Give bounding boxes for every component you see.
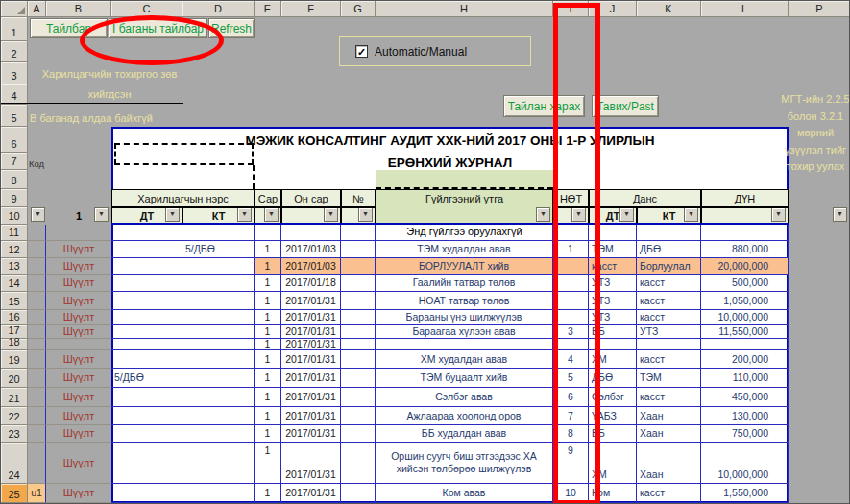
cell-H20[interactable]: ТЭМ буцаалт хийв [376,369,553,388]
cell-J16[interactable]: УТЗ [589,310,637,325]
header-date[interactable]: Он сар [281,189,341,207]
column-header-D[interactable]: D [182,1,255,17]
cell-F20[interactable]: 2017/01/31 [281,369,341,388]
cell-D21[interactable] [182,388,255,407]
column-header-I[interactable]: I [553,1,589,17]
cell-H15[interactable]: НӨАТ татвар төлөв [376,292,553,310]
cell-E11[interactable] [255,225,281,241]
cell-L11[interactable] [701,225,789,241]
header-description[interactable]: Гүйлгээний утга▼ [376,189,553,225]
cell-C20[interactable]: 5/ДБӨ [111,369,182,388]
filter-dropdown-B[interactable]: ▼ [94,207,109,222]
filter-dropdown-dt-left[interactable]: ▼ [165,207,180,222]
cell-E18[interactable]: 1 [255,339,281,350]
cell-F23[interactable]: 2017/01/31 [281,425,341,443]
cell-F18[interactable]: 2017/01/31 [281,339,341,350]
cell-I20[interactable]: 5 [553,369,589,388]
cell-B25[interactable]: Шүүлт [46,484,111,503]
cell-K13[interactable]: Борлуулал [637,258,701,275]
row-header-18[interactable]: 18 [1,339,28,350]
cell-J11[interactable] [589,225,637,241]
cell-D17[interactable] [182,325,255,339]
cell-A13[interactable] [28,258,46,275]
cell-A18[interactable] [28,339,46,350]
cell-E21[interactable]: 1 [255,388,281,407]
cell-E14[interactable]: 1 [255,275,281,292]
cell-D20[interactable] [182,369,255,388]
select-all-corner[interactable] [1,1,28,17]
cell-I16[interactable] [553,310,589,325]
cell-F13[interactable]: 2017/01/03 [281,258,341,275]
cell-F22[interactable]: 2017/01/31 [281,407,341,425]
row-header-22[interactable]: 22 [1,407,28,425]
cell-G19[interactable] [341,350,376,369]
cell-I23[interactable]: 8 [553,425,589,443]
cell-K16[interactable]: касст [637,310,701,325]
cell-H19[interactable]: ХМ худалдан авав [376,350,553,369]
row-header-24[interactable]: 24 [1,443,28,484]
filter-dropdown-amount[interactable]: ▼ [771,207,786,222]
cell-G15[interactable] [341,292,376,310]
refresh-button[interactable]: Refresh [208,18,255,38]
cell-C14[interactable] [111,275,182,292]
column-header-A[interactable]: A [28,1,46,17]
cell-E15[interactable]: 1 [255,292,281,310]
cell-J18[interactable] [589,339,637,350]
cell-F21[interactable]: 2017/01/31 [281,388,341,407]
filter-dropdown-number[interactable]: ▼ [358,207,373,222]
cell-B21[interactable]: Шүүлт [46,388,111,407]
column-header-P[interactable]: P [789,1,850,17]
cell-H13[interactable]: БОРЛУУЛАЛТ хийв [376,258,553,275]
cell-K20[interactable]: ТЭМ [637,369,701,388]
cell-K18[interactable] [637,339,701,350]
cell-C21[interactable] [111,388,182,407]
cell-K23[interactable]: Хаан [637,425,701,443]
column-header-G[interactable]: G [341,1,376,17]
cell-L13[interactable]: 20,000,000 [701,258,789,275]
cell-I18[interactable] [553,339,589,350]
cell-K12[interactable]: ДБӨ [637,241,701,258]
row-header-13[interactable]: 13 [1,258,28,275]
cell-D23[interactable] [182,425,255,443]
cell-F24[interactable]: 2017/01/31 [281,443,341,484]
cell-J15[interactable]: УТЗ [589,292,637,310]
cell-E25[interactable]: 1 [255,484,281,503]
header-account[interactable]: Данс [589,189,701,207]
column-header-J[interactable]: J [589,1,637,17]
cell-K15[interactable]: касст [637,292,701,310]
row-header-20[interactable]: 20 [1,369,28,388]
cell-L25[interactable]: 1,550,000 [701,484,789,503]
cell-J20[interactable]: ДБӨ [589,369,637,388]
cell-B13[interactable]: Шүүлт [46,258,111,275]
row-header-1[interactable]: 1 [1,17,28,41]
row-header-4[interactable]: 4 [1,84,28,105]
row-header-11[interactable]: 11 [1,225,28,241]
cell-I22[interactable]: 7 [553,407,589,425]
cell-D14[interactable] [182,275,255,292]
cell-B20[interactable]: Шүүлт [46,369,111,388]
cell-C13[interactable] [111,258,182,275]
cell-I17[interactable]: 3 [553,325,589,339]
cell-A15[interactable] [28,292,46,310]
cell-B12[interactable]: Шүүлт [46,241,111,258]
cell-E20[interactable]: 1 [255,369,281,388]
cell-H21[interactable]: Сэлбэг авав [376,388,553,407]
cell-J22[interactable]: ҮАБЗ [589,407,637,425]
cell-A12[interactable] [28,241,46,258]
cell-G11[interactable] [341,225,376,241]
row-header-23[interactable]: 23 [1,425,28,443]
cell-L20[interactable]: 110,000 [701,369,789,388]
paste-button[interactable]: Тавих/Past [592,95,659,117]
row-header-14[interactable]: 14 [1,275,28,292]
cell-C12[interactable] [111,241,182,258]
cell-C18[interactable] [111,339,182,350]
cell-C11[interactable] [111,225,182,241]
cell-A11[interactable] [28,225,46,241]
cell-C16[interactable] [111,310,182,325]
cell-I15[interactable] [553,292,589,310]
cell-D15[interactable] [182,292,255,310]
cell-F11[interactable] [281,225,341,241]
cell-L12[interactable]: 880,000 [701,241,789,258]
cell-G17[interactable] [341,325,376,339]
cell-B18[interactable] [46,339,111,350]
